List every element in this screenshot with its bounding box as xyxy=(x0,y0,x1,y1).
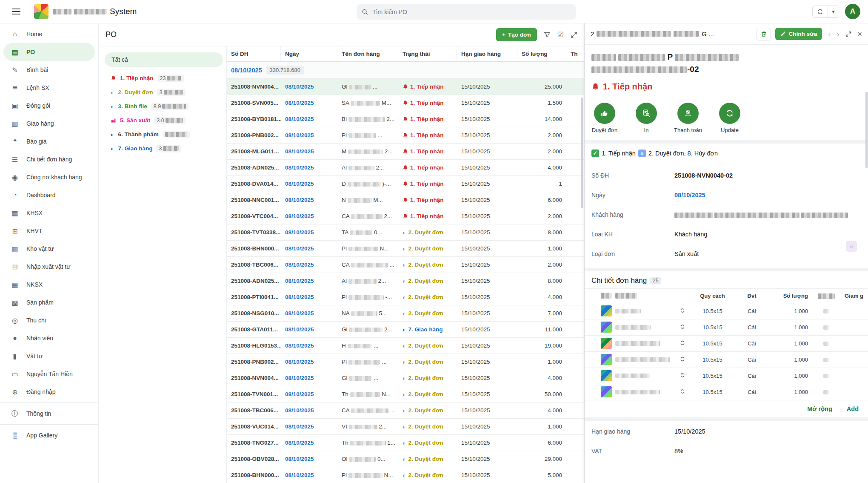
panel-expand-icon[interactable] xyxy=(845,31,851,37)
avatar[interactable]: A xyxy=(845,4,860,19)
sidebar-item-chi-tiet-on-hang[interactable]: ☰ Chi tiết đơn hàng xyxy=(3,150,95,168)
create-order-button[interactable]: + Tạo đơn xyxy=(496,28,537,41)
order-date-link[interactable]: 08/10/2025 xyxy=(281,262,337,268)
action-thanh-toan[interactable]: Thanh toán xyxy=(675,103,701,133)
sidebar-item-san-pham[interactable]: ▩ Sản phẩm xyxy=(3,293,95,311)
close-icon[interactable]: × xyxy=(857,29,862,39)
filter-2-duyet-on[interactable]: ◐2. Duyệt đơn 3 xyxy=(105,85,223,99)
filter-5-san-xuat[interactable]: 5. Sản xuất 3.0 xyxy=(105,113,223,127)
order-date-link[interactable]: 08/10/2025 xyxy=(281,326,337,333)
details-row[interactable]: 10.5x15 Cái 1.000 xyxy=(585,368,868,384)
table-row[interactable]: 251008-TBC006... 08/10/2025 CA ... ◐2. D… xyxy=(227,402,584,419)
table-row[interactable]: 251008-HLG0153... 08/10/2025 H ... ◐2. D… xyxy=(227,338,584,354)
edit-button[interactable]: Chỉnh sửa xyxy=(775,28,822,40)
action-update[interactable]: Update xyxy=(717,103,743,133)
order-date-link[interactable]: 08/10/2025 xyxy=(281,456,337,462)
sidebar-item-dashboard[interactable]: ◔ Dashboard xyxy=(3,186,95,204)
order-date-link[interactable]: 08/10/2025 xyxy=(281,197,337,203)
row-refresh-icon[interactable] xyxy=(676,388,688,396)
sidebar-item-nksx[interactable]: ▦ NKSX xyxy=(3,276,95,293)
order-date-link[interactable]: 08/10/2025 xyxy=(281,229,337,236)
search-bar[interactable] xyxy=(357,4,576,20)
sidebar-item-thu-chi[interactable]: ◎ Thu chi xyxy=(3,311,95,329)
filter-funnel-icon[interactable] xyxy=(544,32,551,38)
sidebar-item-nguyen-tan-hien[interactable]: ▭ Nguyễn Tấn Hiền xyxy=(3,365,95,383)
sidebar-item-home[interactable]: ⌂ Home xyxy=(3,25,95,43)
order-date-link[interactable]: 08/10/2025 xyxy=(281,440,337,446)
order-date-link[interactable]: 08/10/2025 xyxy=(281,164,337,171)
action-in[interactable]: In xyxy=(633,103,660,133)
details-row[interactable]: 10.5x15 Cái 1.000 xyxy=(585,384,868,400)
table-row[interactable]: 251008-OBV028... 08/10/2025 Ol 0... ◐2. … xyxy=(227,451,584,467)
order-date-link[interactable]: 08/10/2025 xyxy=(281,245,337,252)
table-row[interactable]: 251008-BYB0181... 08/10/2025 Bl 2... 1. … xyxy=(227,111,584,127)
sidebar-item-nhan-vien[interactable]: ● Nhân viên xyxy=(3,329,95,347)
order-date-link[interactable]: 08/10/2025 xyxy=(281,116,337,122)
order-date-link[interactable]: 08/10/2025 xyxy=(281,472,337,478)
note-sticker-icon[interactable]: ›‹ xyxy=(846,241,857,252)
order-date-link[interactable]: 08/10/2025 xyxy=(281,294,337,300)
table-row[interactable]: 251008-GTA011... 08/10/2025 Gl 2... ◐7. … xyxy=(227,322,584,338)
order-date-link[interactable]: 08/10/2025 xyxy=(281,132,337,138)
sync-caret-button[interactable]: ▾ xyxy=(828,6,839,17)
order-date-link[interactable]: 08/10/2025 xyxy=(281,359,337,365)
sidebar-item-ang-nhap[interactable]: ⊕ Đăng nhập xyxy=(3,383,95,401)
sidebar-item-thong-tin[interactable]: ⓘ Thông tin xyxy=(3,405,95,423)
prev-record-icon[interactable]: ‹ xyxy=(828,29,831,39)
filter-7-giao-hang[interactable]: ◐7. Giao hàng 3 xyxy=(105,141,223,155)
sidebar-item-po[interactable]: ▤ PO xyxy=(3,43,95,61)
filter-1-tiep-nhan[interactable]: 1. Tiếp nhận 23 xyxy=(105,71,223,85)
sync-button[interactable] xyxy=(813,6,828,17)
sidebar-item-kho-vat-tu[interactable]: ▦ Kho vật tư xyxy=(3,240,95,258)
order-date-link[interactable]: 08/10/2025 xyxy=(281,148,337,155)
row-refresh-icon[interactable] xyxy=(676,324,688,331)
sidebar-item-lenh-sx[interactable]: ≣ Lệnh SX xyxy=(3,79,95,97)
details-row[interactable]: 10.5x15 Cái 1.000 xyxy=(585,319,868,336)
sidebar-item-nhap-xuat-vat-tu[interactable]: ⊟ Nhập xuất vật tư xyxy=(3,258,95,276)
details-row[interactable]: 10.5x15 Cái 1.000 xyxy=(585,303,868,319)
table-row[interactable]: 251008-PTI0041... 08/10/2025 Pl -... ◐2.… xyxy=(227,289,584,305)
order-date-link[interactable]: 08/10/2025 xyxy=(281,181,337,187)
order-date-link[interactable]: 08/10/2025 xyxy=(281,278,337,284)
table-row[interactable]: 251008-PNB002... 08/10/2025 Pl ... 1. Ti… xyxy=(227,127,584,144)
sidebar-item-giao-hang[interactable]: ▥ Giao hàng xyxy=(3,115,95,132)
table-row[interactable]: 251008-TVT0338... 08/10/2025 TA 0... ◐2.… xyxy=(227,224,584,241)
order-date-link[interactable]: 08/10/2025 xyxy=(281,83,337,90)
delete-button[interactable] xyxy=(757,28,771,40)
table-row[interactable]: 251008-NVN004... 08/10/2025 Gl ... 1. Ti… xyxy=(227,79,584,95)
row-refresh-icon[interactable] xyxy=(676,356,688,363)
filter-all[interactable]: Tất cả xyxy=(105,52,223,67)
table-row[interactable]: 251008-TBC006... 08/10/2025 CA ... ◐2. D… xyxy=(227,257,584,273)
table-row[interactable]: 251008-VTC004... 08/10/2025 CA 2... 1. T… xyxy=(227,208,584,224)
table-row[interactable]: 251008-DVA014... 08/10/2025 D )-... 1. T… xyxy=(227,176,584,192)
row-refresh-icon[interactable] xyxy=(676,308,688,315)
group-row[interactable]: 08/10/2025 330.718.680 xyxy=(227,62,584,79)
row-refresh-icon[interactable] xyxy=(676,372,688,380)
expand-link[interactable]: Mở rộng xyxy=(807,405,832,412)
table-row[interactable]: 251008-BHN000... 08/10/2025 Pl N... ◐2. … xyxy=(227,467,584,483)
next-record-icon[interactable]: › xyxy=(837,29,839,39)
row-refresh-icon[interactable] xyxy=(676,340,688,347)
table-scrollbar[interactable] xyxy=(581,98,583,208)
hamburger-menu-icon[interactable] xyxy=(8,3,25,20)
order-date-link[interactable]: 08/10/2025 xyxy=(281,391,337,397)
sidebar-item-cong-no-khach-hang[interactable]: ◉ Công nợ khách hàng xyxy=(3,168,95,186)
order-date-link[interactable]: 08/10/2025 xyxy=(281,407,337,414)
order-date-link[interactable]: 08/10/2025 xyxy=(281,213,337,219)
sidebar-item-binh-bai[interactable]: ✎ Bình bài xyxy=(3,61,95,79)
sidebar-item-khsx[interactable]: ▦ KHSX xyxy=(3,204,95,222)
filter-6-thanh-pham[interactable]: ◐6. Thành phẩm xyxy=(105,127,223,141)
table-row[interactable]: 251008-SVN005... 08/10/2025 SA M... 1. T… xyxy=(227,95,584,111)
sidebar-item-vat-tu[interactable]: ▮ Vật tư xyxy=(3,347,95,365)
field-value[interactable]: 08/10/2025 xyxy=(674,192,705,198)
expand-view-icon[interactable] xyxy=(571,32,577,38)
search-input[interactable] xyxy=(372,9,571,15)
table-row[interactable]: 251008-TVN001... 08/10/2025 Th N... ◐2. … xyxy=(227,386,584,402)
order-date-link[interactable]: 08/10/2025 xyxy=(281,100,337,106)
order-date-link[interactable]: 08/10/2025 xyxy=(281,423,337,430)
panel-scrollbar[interactable] xyxy=(865,92,868,168)
table-row[interactable]: 251008-NSG010... 08/10/2025 NA 5... ◐2. … xyxy=(227,305,584,322)
table-row[interactable]: 251008-ADN025... 08/10/2025 Al 2... ◐2. … xyxy=(227,273,584,289)
add-link[interactable]: Add xyxy=(847,405,859,412)
table-row[interactable]: 251008-PNB002... 08/10/2025 Pl ... ◐2. D… xyxy=(227,354,584,370)
